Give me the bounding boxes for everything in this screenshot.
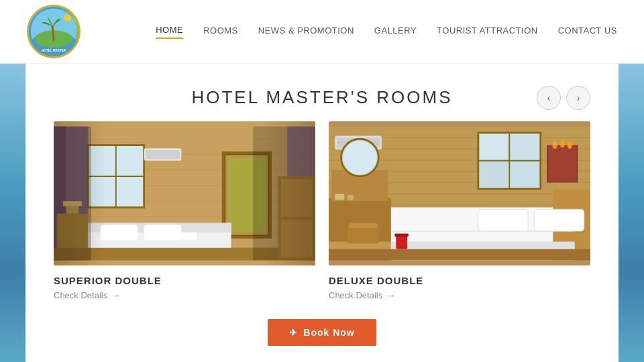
svg-rect-20 [88,145,144,208]
room2-image [329,121,590,265]
svg-rect-18 [287,127,315,261]
room1-arrow-icon: → [111,290,120,300]
room1-image [54,121,315,265]
svg-rect-37 [63,201,82,206]
svg-rect-38 [54,248,315,261]
svg-rect-36 [66,204,79,214]
nav-home[interactable]: HOME [156,25,183,39]
svg-rect-85 [396,235,407,249]
svg-rect-26 [225,154,268,235]
svg-rect-40 [278,176,315,260]
section-title-row: HOTEL MASTER'S ROOMS ‹ › [0,64,644,121]
svg-rect-19 [88,145,144,208]
svg-rect-70 [548,146,577,181]
svg-rect-25 [222,152,272,239]
nav-tourist[interactable]: TOURIST ATTRACTION [437,25,538,38]
svg-rect-41 [281,180,312,217]
cards-row: SUPERIOR DOUBLE Check Details → [0,121,644,300]
book-now-row: ✈ Book Now [0,300,644,359]
svg-text:HOTEL MASTER: HOTEL MASTER [42,49,66,52]
svg-rect-23 [144,148,182,161]
svg-rect-42 [281,220,312,257]
logo-circle: HOTEL MASTER [27,5,80,58]
room1-title: SUPERIOR DOUBLE [54,275,315,286]
nav-rooms[interactable]: ROOMS [203,25,238,38]
prev-button[interactable]: ‹ [537,86,561,110]
svg-rect-32 [101,225,138,240]
svg-rect-43 [253,127,315,261]
svg-rect-81 [478,209,528,231]
nav-arrows: ‹ › [537,86,590,110]
svg-rect-27 [225,154,268,235]
svg-rect-31 [88,223,231,233]
svg-rect-29 [228,158,266,232]
main-content: HOTEL MASTER'S ROOMS ‹ › [0,64,644,362]
svg-rect-86 [394,233,408,237]
svg-point-4 [51,26,54,29]
room2-arrow-icon: → [386,290,395,300]
room1-link[interactable]: Check Details → [54,290,315,300]
room-card-superior: SUPERIOR DOUBLE Check Details → [54,121,315,300]
room2-title: DELUXE DOUBLE [329,275,590,286]
svg-point-71 [552,141,557,149]
next-button[interactable]: › [566,86,590,110]
svg-rect-28 [228,158,266,232]
nav-gallery[interactable]: GALLERY [374,25,417,38]
svg-rect-17 [54,127,66,261]
book-now-label: Book Now [303,327,354,338]
svg-rect-64 [511,135,539,159]
svg-rect-82 [534,209,584,231]
svg-rect-74 [335,194,344,200]
svg-rect-7 [54,127,315,261]
nav-contact[interactable]: CONTACT US [558,25,617,38]
room2-link[interactable]: Check Details → [329,290,590,300]
logo[interactable]: HOTEL MASTER [27,5,80,58]
section-title: HOTEL MASTER'S ROOMS [191,87,452,108]
nav-news[interactable]: NEWS & PROMOTION [258,25,354,38]
book-now-button[interactable]: ✈ Book Now [268,319,376,346]
svg-rect-16 [54,127,88,261]
plane-icon: ✈ [289,327,298,338]
svg-rect-62 [480,135,508,159]
header: HOTEL MASTER HOME ROOMS NEWS & PROMOTION… [0,0,644,64]
svg-rect-33 [144,225,182,240]
svg-point-72 [560,140,565,147]
svg-rect-30 [88,223,231,257]
svg-rect-63 [480,162,508,187]
svg-rect-75 [347,195,354,200]
svg-point-5 [64,14,71,21]
svg-rect-84 [329,249,590,261]
svg-rect-39 [54,127,91,261]
room-card-deluxe: DELUXE DOUBLE Check Details → [329,121,590,300]
svg-point-68 [343,141,376,174]
room1-link-label: Check Details [54,290,107,300]
svg-rect-24 [146,150,179,159]
main-nav: HOME ROOMS NEWS & PROMOTION GALLERY TOUR… [156,25,617,39]
room2-link-label: Check Details [329,290,382,300]
svg-point-73 [568,141,572,149]
svg-rect-35 [57,214,88,257]
svg-rect-34 [166,233,197,240]
svg-rect-77 [350,223,377,228]
